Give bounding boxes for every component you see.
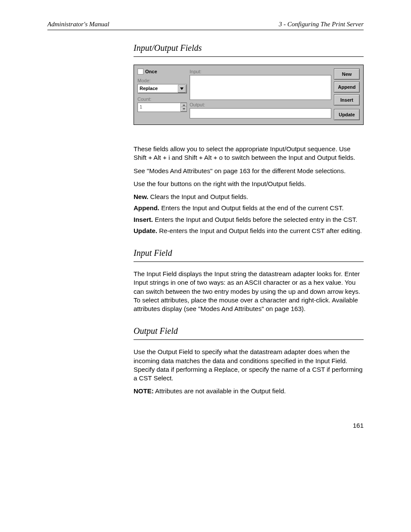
io-panel: Once Mode: Replace Count: 1: [134, 65, 364, 125]
output-paragraph: Use the Output Field to specify what the…: [134, 348, 364, 383]
mode-label: Mode:: [137, 78, 187, 84]
section-title-io: Input/Output Fields: [134, 42, 364, 54]
section-rule-output: [134, 339, 364, 340]
input-field[interactable]: [190, 75, 331, 100]
update-button[interactable]: Update: [334, 109, 360, 120]
spinner-up-icon[interactable]: [181, 103, 187, 108]
checkbox-icon: [137, 68, 143, 75]
header-right: 3 - Configuring The Print Server: [279, 21, 364, 28]
page-number: 161: [134, 422, 364, 429]
insert-button[interactable]: Insert: [334, 94, 360, 106]
def-append: Append. Enters the Input and Output fiel…: [134, 204, 364, 212]
svg-marker-2: [183, 108, 185, 110]
section-rule-input: [134, 261, 364, 262]
header-left: Administrator's Manual: [47, 21, 109, 28]
count-label: Count:: [137, 96, 187, 103]
chevron-down-icon: [178, 85, 186, 93]
section-title-output: Output Field: [134, 325, 364, 337]
svg-marker-0: [180, 87, 184, 90]
header-rule: [47, 30, 364, 30]
svg-marker-1: [183, 104, 185, 106]
count-value: 1: [138, 103, 181, 112]
input-label: Input:: [190, 68, 331, 75]
section-rule-io: [134, 56, 364, 57]
def-update: Update. Re-enters the Input and Output f…: [134, 227, 364, 235]
once-checkbox[interactable]: Once: [137, 68, 187, 75]
paragraph: See "Modes And Attributes" on page 163 f…: [134, 167, 364, 175]
def-new: New. Clears the Input and Output fields.: [134, 193, 364, 201]
spinner-down-icon[interactable]: [181, 107, 187, 112]
new-button[interactable]: New: [334, 68, 360, 80]
section-title-input: Input Field: [134, 247, 364, 259]
output-field[interactable]: [190, 108, 331, 118]
paragraph: Use the four buttons on the right with t…: [134, 180, 364, 188]
mode-dropdown[interactable]: Replace: [137, 84, 187, 93]
def-insert: Insert. Enters the Input and Output fiel…: [134, 215, 364, 224]
output-note: NOTE: Attributes are not available in th…: [134, 387, 364, 395]
append-button[interactable]: Append: [334, 81, 360, 93]
input-paragraph: The Input Field displays the Input strin…: [134, 270, 364, 313]
mode-value: Replace: [140, 85, 158, 92]
paragraph: These fields allow you to select the app…: [134, 145, 364, 162]
output-label: Output:: [190, 102, 331, 108]
once-label: Once: [145, 68, 157, 75]
count-spinner[interactable]: 1: [137, 103, 187, 112]
